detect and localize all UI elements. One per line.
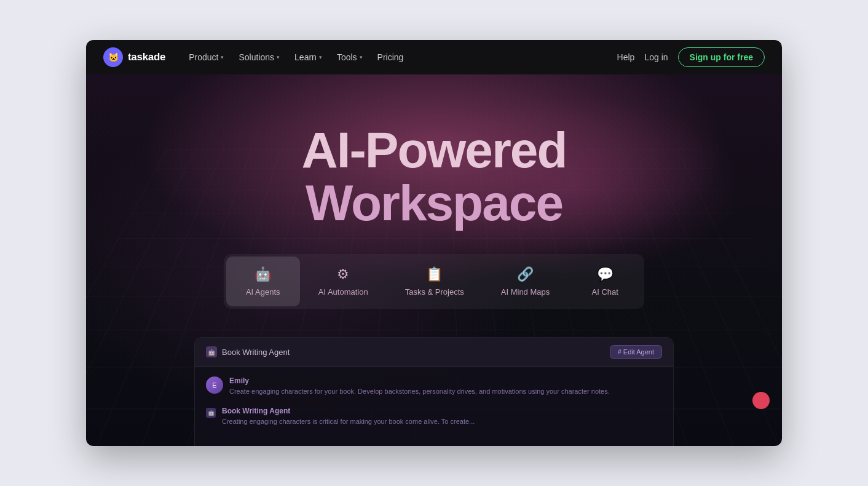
tab-ai-agents[interactable]: 🤖 AI Agents bbox=[226, 257, 300, 306]
tab-ai-mind-maps[interactable]: 🔗 AI Mind Maps bbox=[483, 257, 568, 306]
tab-tasks-projects-label: Tasks & Projects bbox=[405, 287, 464, 297]
ai-automation-icon: ⚙ bbox=[337, 266, 349, 282]
logo[interactable]: 🐱 taskade bbox=[103, 47, 165, 67]
ai-agents-icon: 🤖 bbox=[254, 266, 271, 282]
demo-area: 🤖 Book Writing Agent # Edit Agent E Emil… bbox=[194, 337, 674, 446]
hero-title-line1: AI-Powered bbox=[301, 124, 566, 177]
nav-login-link[interactable]: Log in bbox=[644, 52, 668, 62]
hero-section: AI-Powered Workspace 🤖 AI Agents ⚙ AI Au… bbox=[86, 74, 782, 446]
pink-dot-decoration bbox=[752, 392, 770, 409]
product-chevron-icon: ▾ bbox=[221, 54, 224, 60]
tab-ai-chat-label: AI Chat bbox=[592, 287, 618, 297]
ai-mind-maps-icon: 🔗 bbox=[517, 266, 534, 282]
feature-tabs: 🤖 AI Agents ⚙ AI Automation 📋 Tasks & Pr… bbox=[224, 254, 645, 309]
solutions-chevron-icon: ▾ bbox=[277, 54, 280, 60]
nav-left: 🐱 taskade Product ▾ Solutions ▾ Learn ▾ … bbox=[103, 47, 409, 67]
demo-message-agent: 🤖 Book Writing Agent Creating engaging c… bbox=[206, 407, 662, 427]
demo-messages: E Emily Create engaging characters for y… bbox=[195, 367, 673, 446]
tab-ai-agents-label: AI Agents bbox=[246, 287, 280, 297]
tab-ai-automation-label: AI Automation bbox=[318, 287, 368, 297]
user-name: Emily bbox=[229, 376, 662, 385]
nav-pricing[interactable]: Pricing bbox=[371, 49, 410, 66]
tab-tasks-projects[interactable]: 📋 Tasks & Projects bbox=[387, 257, 483, 306]
tab-ai-automation[interactable]: ⚙ AI Automation bbox=[300, 257, 387, 306]
learn-chevron-icon: ▾ bbox=[319, 54, 322, 60]
ai-chat-icon: 💬 bbox=[597, 266, 614, 282]
demo-panel: 🤖 Book Writing Agent # Edit Agent E Emil… bbox=[194, 337, 674, 446]
tab-ai-mind-maps-label: AI Mind Maps bbox=[501, 287, 550, 297]
nav-signup-button[interactable]: Sign up for free bbox=[678, 47, 765, 67]
navbar: 🐱 taskade Product ▾ Solutions ▾ Learn ▾ … bbox=[86, 40, 782, 74]
agent-name: Book Writing Agent bbox=[222, 407, 662, 415]
agent-message-icon: 🤖 bbox=[206, 408, 216, 418]
demo-message-user: E Emily Create engaging characters for y… bbox=[206, 376, 662, 397]
user-avatar: E bbox=[206, 376, 223, 394]
demo-title-area: 🤖 Book Writing Agent bbox=[206, 346, 290, 357]
nav-learn[interactable]: Learn ▾ bbox=[288, 49, 328, 66]
nav-links: Product ▾ Solutions ▾ Learn ▾ Tools ▾ Pr… bbox=[183, 49, 409, 66]
tasks-projects-icon: 📋 bbox=[426, 266, 443, 282]
nav-help-link[interactable]: Help bbox=[617, 52, 635, 62]
agent-message-content: Book Writing Agent Creating engaging cha… bbox=[222, 407, 662, 427]
demo-agent-icon: 🤖 bbox=[206, 346, 217, 357]
hero-title: AI-Powered Workspace bbox=[301, 124, 566, 229]
logo-text: taskade bbox=[128, 51, 165, 63]
browser-window: 🐱 taskade Product ▾ Solutions ▾ Learn ▾ … bbox=[86, 40, 782, 446]
nav-tools[interactable]: Tools ▾ bbox=[331, 49, 369, 66]
nav-product[interactable]: Product ▾ bbox=[183, 49, 230, 66]
agent-message-text: Creating engaging characters is critical… bbox=[222, 416, 662, 427]
demo-panel-title: Book Writing Agent bbox=[222, 348, 290, 357]
tools-chevron-icon: ▾ bbox=[360, 54, 363, 60]
user-message-content: Emily Create engaging characters for you… bbox=[229, 376, 662, 397]
demo-edit-button[interactable]: # Edit Agent bbox=[610, 345, 662, 359]
nav-solutions[interactable]: Solutions ▾ bbox=[232, 49, 286, 66]
user-message-text: Create engaging characters for your book… bbox=[229, 386, 662, 397]
demo-panel-header: 🤖 Book Writing Agent # Edit Agent bbox=[195, 338, 673, 367]
logo-icon: 🐱 bbox=[103, 47, 123, 67]
hero-content: AI-Powered Workspace 🤖 AI Agents ⚙ AI Au… bbox=[86, 74, 782, 309]
tab-ai-chat[interactable]: 💬 AI Chat bbox=[568, 257, 642, 306]
nav-right: Help Log in Sign up for free bbox=[617, 47, 765, 67]
hero-title-line2: Workspace bbox=[301, 177, 566, 229]
